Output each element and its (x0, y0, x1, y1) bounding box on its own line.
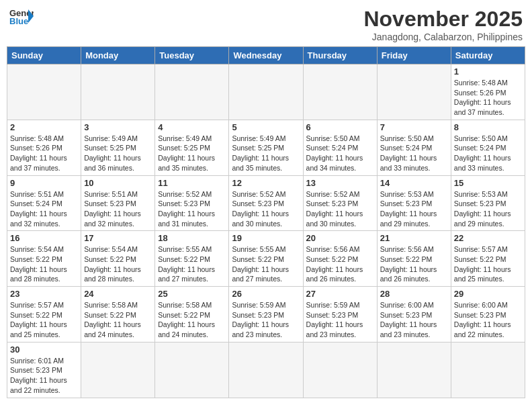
day-info: Sunrise: 5:54 AM Sunset: 5:22 PM Dayligh… (10, 244, 78, 284)
day-cell (81, 64, 155, 120)
day-number: 28 (380, 289, 448, 299)
day-cell: 22Sunrise: 5:57 AM Sunset: 5:22 PM Dayli… (451, 231, 525, 287)
week-row-6: 30Sunrise: 6:01 AM Sunset: 5:23 PM Dayli… (7, 342, 525, 398)
calendar: SundayMondayTuesdayWednesdayThursdayFrid… (7, 46, 525, 398)
day-info: Sunrise: 5:52 AM Sunset: 5:23 PM Dayligh… (306, 189, 374, 229)
day-info: Sunrise: 5:56 AM Sunset: 5:22 PM Dayligh… (306, 244, 374, 284)
day-cell: 1Sunrise: 5:48 AM Sunset: 5:26 PM Daylig… (451, 64, 525, 120)
day-number: 5 (232, 122, 300, 132)
day-cell (377, 342, 451, 398)
weekday-header-saturday: Saturday (451, 47, 525, 64)
weekday-header-monday: Monday (81, 47, 155, 64)
week-row-4: 16Sunrise: 5:54 AM Sunset: 5:22 PM Dayli… (7, 231, 525, 287)
day-cell (377, 64, 451, 120)
day-number: 30 (10, 345, 78, 355)
day-number: 6 (306, 122, 374, 132)
day-cell: 23Sunrise: 5:57 AM Sunset: 5:22 PM Dayli… (7, 287, 81, 342)
logo: General Blue (9, 7, 34, 26)
day-cell: 26Sunrise: 5:59 AM Sunset: 5:23 PM Dayli… (229, 287, 303, 342)
day-info: Sunrise: 5:55 AM Sunset: 5:22 PM Dayligh… (158, 244, 226, 284)
day-cell: 11Sunrise: 5:52 AM Sunset: 5:23 PM Dayli… (155, 175, 229, 231)
day-info: Sunrise: 5:49 AM Sunset: 5:25 PM Dayligh… (158, 134, 226, 173)
day-info: Sunrise: 5:52 AM Sunset: 5:23 PM Dayligh… (158, 189, 226, 229)
day-number: 20 (306, 233, 374, 243)
day-number: 3 (84, 122, 152, 132)
day-cell: 9Sunrise: 5:51 AM Sunset: 5:24 PM Daylig… (7, 175, 81, 231)
day-info: Sunrise: 5:50 AM Sunset: 5:24 PM Dayligh… (306, 134, 374, 173)
day-info: Sunrise: 5:57 AM Sunset: 5:22 PM Dayligh… (10, 300, 78, 340)
day-cell (7, 64, 81, 120)
weekday-header-tuesday: Tuesday (155, 47, 229, 64)
day-number: 13 (306, 178, 374, 188)
day-number: 9 (10, 178, 78, 188)
weekday-header-thursday: Thursday (303, 47, 377, 64)
day-info: Sunrise: 6:00 AM Sunset: 5:23 PM Dayligh… (454, 300, 522, 340)
day-number: 26 (232, 289, 300, 299)
day-info: Sunrise: 5:48 AM Sunset: 5:26 PM Dayligh… (10, 134, 78, 173)
location: Janagdong, Calabarzon, Philippines (363, 32, 523, 42)
day-cell: 8Sunrise: 5:50 AM Sunset: 5:24 PM Daylig… (451, 120, 525, 175)
day-number: 19 (232, 233, 300, 243)
day-number: 23 (10, 289, 78, 299)
day-cell: 2Sunrise: 5:48 AM Sunset: 5:26 PM Daylig… (7, 120, 81, 175)
day-cell: 20Sunrise: 5:56 AM Sunset: 5:22 PM Dayli… (303, 231, 377, 287)
weekday-header-row: SundayMondayTuesdayWednesdayThursdayFrid… (7, 47, 525, 64)
day-cell: 10Sunrise: 5:51 AM Sunset: 5:23 PM Dayli… (81, 175, 155, 231)
day-cell (81, 342, 155, 398)
weekday-header-sunday: Sunday (7, 47, 81, 64)
day-number: 8 (454, 122, 522, 132)
day-number: 10 (84, 178, 152, 188)
day-number: 25 (158, 289, 226, 299)
day-cell: 16Sunrise: 5:54 AM Sunset: 5:22 PM Dayli… (7, 231, 81, 287)
day-number: 7 (380, 122, 448, 132)
day-cell: 12Sunrise: 5:52 AM Sunset: 5:23 PM Dayli… (229, 175, 303, 231)
day-number: 4 (158, 122, 226, 132)
month-title: November 2025 (363, 7, 523, 32)
day-number: 11 (158, 178, 226, 188)
title-area: November 2025 Janagdong, Calabarzon, Phi… (363, 7, 523, 42)
day-cell: 14Sunrise: 5:53 AM Sunset: 5:23 PM Dayli… (377, 175, 451, 231)
day-info: Sunrise: 5:50 AM Sunset: 5:24 PM Dayligh… (380, 134, 448, 173)
day-number: 29 (454, 289, 522, 299)
day-cell: 30Sunrise: 6:01 AM Sunset: 5:23 PM Dayli… (7, 342, 81, 398)
day-cell (303, 342, 377, 398)
day-info: Sunrise: 5:53 AM Sunset: 5:23 PM Dayligh… (454, 189, 522, 229)
day-number: 18 (158, 233, 226, 243)
day-cell: 24Sunrise: 5:58 AM Sunset: 5:22 PM Dayli… (81, 287, 155, 342)
day-info: Sunrise: 5:58 AM Sunset: 5:22 PM Dayligh… (158, 300, 226, 340)
day-info: Sunrise: 5:48 AM Sunset: 5:26 PM Dayligh… (454, 78, 522, 118)
day-cell: 5Sunrise: 5:49 AM Sunset: 5:25 PM Daylig… (229, 120, 303, 175)
header: General Blue November 2025 Janagdong, Ca… (7, 7, 525, 42)
day-cell (451, 342, 525, 398)
day-info: Sunrise: 5:50 AM Sunset: 5:24 PM Dayligh… (454, 134, 522, 173)
day-number: 2 (10, 122, 78, 132)
day-cell (229, 342, 303, 398)
day-number: 22 (454, 233, 522, 243)
day-cell: 15Sunrise: 5:53 AM Sunset: 5:23 PM Dayli… (451, 175, 525, 231)
day-info: Sunrise: 5:58 AM Sunset: 5:22 PM Dayligh… (84, 300, 152, 340)
logo-icon: General Blue (9, 7, 34, 26)
day-info: Sunrise: 5:55 AM Sunset: 5:22 PM Dayligh… (232, 244, 300, 284)
day-cell: 25Sunrise: 5:58 AM Sunset: 5:22 PM Dayli… (155, 287, 229, 342)
day-cell: 21Sunrise: 5:56 AM Sunset: 5:22 PM Dayli… (377, 231, 451, 287)
day-cell: 6Sunrise: 5:50 AM Sunset: 5:24 PM Daylig… (303, 120, 377, 175)
day-number: 17 (84, 233, 152, 243)
weekday-header-friday: Friday (377, 47, 451, 64)
day-cell: 19Sunrise: 5:55 AM Sunset: 5:22 PM Dayli… (229, 231, 303, 287)
day-cell: 28Sunrise: 6:00 AM Sunset: 5:23 PM Dayli… (377, 287, 451, 342)
day-info: Sunrise: 6:01 AM Sunset: 5:23 PM Dayligh… (10, 356, 78, 396)
day-number: 12 (232, 178, 300, 188)
svg-text:Blue: Blue (9, 16, 28, 26)
day-cell (155, 342, 229, 398)
day-cell: 27Sunrise: 5:59 AM Sunset: 5:23 PM Dayli… (303, 287, 377, 342)
day-info: Sunrise: 5:51 AM Sunset: 5:23 PM Dayligh… (84, 189, 152, 229)
day-number: 21 (380, 233, 448, 243)
week-row-5: 23Sunrise: 5:57 AM Sunset: 5:22 PM Dayli… (7, 287, 525, 342)
day-number: 1 (454, 66, 522, 77)
day-info: Sunrise: 5:51 AM Sunset: 5:24 PM Dayligh… (10, 189, 78, 229)
day-cell: 3Sunrise: 5:49 AM Sunset: 5:25 PM Daylig… (81, 120, 155, 175)
day-cell: 17Sunrise: 5:54 AM Sunset: 5:22 PM Dayli… (81, 231, 155, 287)
day-cell (229, 64, 303, 120)
day-number: 27 (306, 289, 374, 299)
week-row-2: 2Sunrise: 5:48 AM Sunset: 5:26 PM Daylig… (7, 120, 525, 175)
